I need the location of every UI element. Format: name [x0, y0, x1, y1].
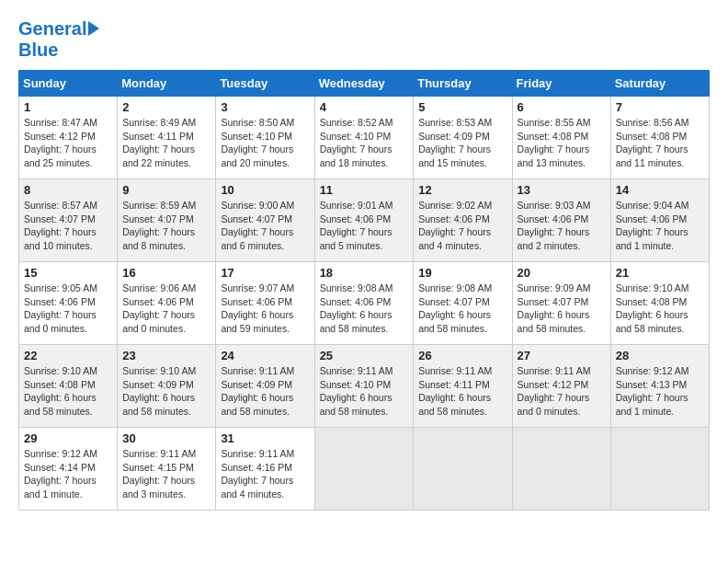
day-number: 12: [418, 183, 506, 197]
day-info: Sunrise: 9:06 AMSunset: 4:06 PMDaylight:…: [122, 282, 196, 334]
weekday-header-monday: Monday: [118, 71, 216, 97]
logo-general: General: [18, 18, 86, 39]
day-cell-20: 20 Sunrise: 9:09 AMSunset: 4:07 PMDaylig…: [512, 262, 610, 345]
day-number: 2: [122, 100, 210, 114]
day-cell-6: 6 Sunrise: 8:55 AMSunset: 4:08 PMDayligh…: [512, 97, 610, 179]
day-info: Sunrise: 8:47 AMSunset: 4:12 PMDaylight:…: [24, 117, 97, 168]
day-cell-25: 25 Sunrise: 9:11 AMSunset: 4:10 PMDaylig…: [314, 345, 414, 428]
day-cell-22: 22 Sunrise: 9:10 AMSunset: 4:08 PMDaylig…: [19, 345, 118, 428]
day-number: 14: [616, 183, 704, 197]
day-info: Sunrise: 8:56 AMSunset: 4:08 PMDaylight:…: [616, 117, 689, 168]
day-info: Sunrise: 9:02 AMSunset: 4:06 PMDaylight:…: [418, 200, 492, 251]
day-info: Sunrise: 9:05 AMSunset: 4:06 PMDaylight:…: [24, 282, 97, 334]
day-cell-17: 17 Sunrise: 9:07 AMSunset: 4:06 PMDaylig…: [216, 262, 314, 345]
day-cell-31: 31 Sunrise: 9:11 AMSunset: 4:16 PMDaylig…: [216, 428, 314, 511]
day-cell-11: 11 Sunrise: 9:01 AMSunset: 4:06 PMDaylig…: [314, 179, 414, 262]
day-cell-14: 14 Sunrise: 9:04 AMSunset: 4:06 PMDaylig…: [610, 179, 709, 262]
day-number: 15: [24, 266, 112, 280]
day-number: 31: [221, 431, 309, 445]
weekday-header-sunday: Sunday: [19, 71, 118, 97]
day-info: Sunrise: 8:55 AMSunset: 4:08 PMDaylight:…: [518, 117, 591, 168]
day-number: 23: [122, 349, 210, 362]
day-cell-7: 7 Sunrise: 8:56 AMSunset: 4:08 PMDayligh…: [610, 97, 709, 179]
day-number: 29: [24, 431, 112, 445]
page-header: General Blue: [18, 18, 710, 61]
day-cell-13: 13 Sunrise: 9:03 AMSunset: 4:06 PMDaylig…: [512, 179, 610, 262]
day-info: Sunrise: 9:11 AMSunset: 4:09 PMDaylight:…: [221, 365, 294, 417]
week-row-4: 22 Sunrise: 9:10 AMSunset: 4:08 PMDaylig…: [19, 345, 710, 428]
logo-arrow-icon: [88, 21, 99, 36]
day-info: Sunrise: 8:59 AMSunset: 4:07 PMDaylight:…: [122, 200, 196, 251]
weekday-header-friday: Friday: [512, 71, 610, 97]
day-cell-3: 3 Sunrise: 8:50 AMSunset: 4:10 PMDayligh…: [216, 97, 314, 179]
calendar-table: SundayMondayTuesdayWednesdayThursdayFrid…: [18, 70, 710, 511]
day-info: Sunrise: 9:04 AMSunset: 4:06 PMDaylight:…: [616, 200, 689, 251]
day-cell-28: 28 Sunrise: 9:12 AMSunset: 4:13 PMDaylig…: [610, 345, 709, 428]
day-number: 9: [122, 183, 210, 197]
day-cell-24: 24 Sunrise: 9:11 AMSunset: 4:09 PMDaylig…: [216, 345, 314, 428]
day-number: 17: [221, 266, 309, 280]
day-info: Sunrise: 8:50 AMSunset: 4:10 PMDaylight:…: [221, 117, 294, 168]
day-cell-10: 10 Sunrise: 9:00 AMSunset: 4:07 PMDaylig…: [216, 179, 314, 262]
empty-cell: [610, 428, 709, 511]
weekday-header-thursday: Thursday: [414, 71, 512, 97]
weekday-header-saturday: Saturday: [610, 71, 709, 97]
empty-cell: [414, 428, 512, 511]
day-info: Sunrise: 9:12 AMSunset: 4:13 PMDaylight:…: [616, 365, 689, 417]
day-number: 1: [24, 100, 112, 114]
day-number: 26: [418, 349, 506, 362]
day-info: Sunrise: 8:52 AMSunset: 4:10 PMDaylight:…: [320, 117, 393, 168]
day-info: Sunrise: 9:12 AMSunset: 4:14 PMDaylight:…: [24, 448, 97, 500]
day-cell-21: 21 Sunrise: 9:10 AMSunset: 4:08 PMDaylig…: [610, 262, 709, 345]
day-number: 28: [616, 349, 704, 362]
weekday-header-wednesday: Wednesday: [314, 71, 414, 97]
day-cell-18: 18 Sunrise: 9:08 AMSunset: 4:06 PMDaylig…: [314, 262, 414, 345]
day-info: Sunrise: 8:57 AMSunset: 4:07 PMDaylight:…: [24, 200, 97, 251]
day-info: Sunrise: 9:11 AMSunset: 4:16 PMDaylight:…: [221, 448, 294, 500]
week-row-1: 1 Sunrise: 8:47 AMSunset: 4:12 PMDayligh…: [19, 97, 710, 179]
day-cell-19: 19 Sunrise: 9:08 AMSunset: 4:07 PMDaylig…: [414, 262, 512, 345]
day-info: Sunrise: 9:07 AMSunset: 4:06 PMDaylight:…: [221, 282, 294, 334]
week-row-3: 15 Sunrise: 9:05 AMSunset: 4:06 PMDaylig…: [19, 262, 710, 345]
day-info: Sunrise: 9:08 AMSunset: 4:07 PMDaylight:…: [418, 282, 492, 334]
day-cell-30: 30 Sunrise: 9:11 AMSunset: 4:15 PMDaylig…: [118, 428, 216, 511]
day-number: 22: [24, 349, 112, 362]
day-number: 27: [518, 349, 606, 362]
day-number: 6: [518, 100, 606, 114]
day-number: 8: [24, 183, 112, 197]
day-cell-8: 8 Sunrise: 8:57 AMSunset: 4:07 PMDayligh…: [19, 179, 118, 262]
week-row-2: 8 Sunrise: 8:57 AMSunset: 4:07 PMDayligh…: [19, 179, 710, 262]
day-cell-5: 5 Sunrise: 8:53 AMSunset: 4:09 PMDayligh…: [414, 97, 512, 179]
logo-blue: Blue: [18, 40, 99, 61]
day-cell-15: 15 Sunrise: 9:05 AMSunset: 4:06 PMDaylig…: [19, 262, 118, 345]
week-row-5: 29 Sunrise: 9:12 AMSunset: 4:14 PMDaylig…: [19, 428, 710, 511]
day-number: 30: [122, 431, 210, 445]
day-number: 3: [221, 100, 309, 114]
day-info: Sunrise: 8:53 AMSunset: 4:09 PMDaylight:…: [418, 117, 492, 168]
weekday-header-tuesday: Tuesday: [216, 71, 314, 97]
day-info: Sunrise: 9:10 AMSunset: 4:09 PMDaylight:…: [122, 365, 196, 417]
day-info: Sunrise: 9:00 AMSunset: 4:07 PMDaylight:…: [221, 200, 294, 251]
day-number: 4: [320, 100, 409, 114]
day-cell-2: 2 Sunrise: 8:49 AMSunset: 4:11 PMDayligh…: [118, 97, 216, 179]
day-info: Sunrise: 9:08 AMSunset: 4:06 PMDaylight:…: [320, 282, 393, 334]
day-number: 25: [320, 349, 409, 362]
day-number: 10: [221, 183, 309, 197]
day-number: 20: [518, 266, 606, 280]
day-info: Sunrise: 9:09 AMSunset: 4:07 PMDaylight:…: [518, 282, 591, 334]
day-cell-4: 4 Sunrise: 8:52 AMSunset: 4:10 PMDayligh…: [314, 97, 414, 179]
day-number: 16: [122, 266, 210, 280]
day-info: Sunrise: 9:11 AMSunset: 4:10 PMDaylight:…: [320, 365, 393, 417]
day-number: 21: [616, 266, 704, 280]
day-info: Sunrise: 9:11 AMSunset: 4:12 PMDaylight:…: [518, 365, 591, 417]
day-cell-26: 26 Sunrise: 9:11 AMSunset: 4:11 PMDaylig…: [414, 345, 512, 428]
day-info: Sunrise: 9:11 AMSunset: 4:15 PMDaylight:…: [122, 448, 196, 500]
logo: General Blue: [18, 18, 99, 61]
weekday-header-row: SundayMondayTuesdayWednesdayThursdayFrid…: [19, 71, 710, 97]
empty-cell: [512, 428, 610, 511]
day-number: 11: [320, 183, 409, 197]
day-number: 7: [616, 100, 704, 114]
day-info: Sunrise: 9:01 AMSunset: 4:06 PMDaylight:…: [320, 200, 393, 251]
day-cell-9: 9 Sunrise: 8:59 AMSunset: 4:07 PMDayligh…: [118, 179, 216, 262]
day-cell-27: 27 Sunrise: 9:11 AMSunset: 4:12 PMDaylig…: [512, 345, 610, 428]
